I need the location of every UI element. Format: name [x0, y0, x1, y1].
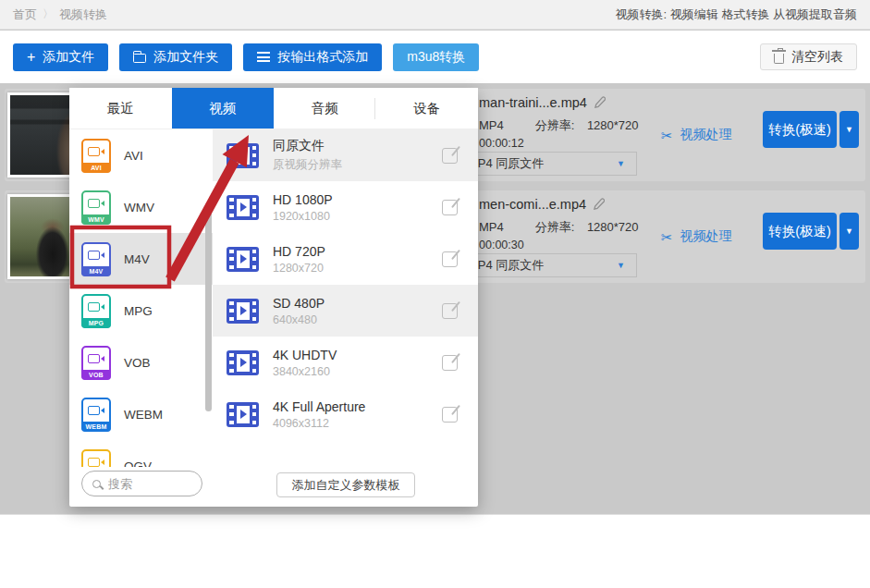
preset-list: 同原文件 原视频分辨率 HD 1080P 1920x1080 HD 720P 1… — [213, 129, 478, 440]
search-input[interactable] — [108, 477, 187, 491]
resolution-label: 分辨率: — [535, 117, 575, 134]
breadcrumb: 首页 〉 视频转换 — [13, 6, 107, 23]
format-item-m4v[interactable]: M4V M4V — [69, 233, 213, 285]
tab-divider — [374, 98, 375, 119]
format-list: AVI AVI WMV WMV M4V M4V MPG MPG VOB VOB … — [69, 129, 213, 467]
breadcrumb-home[interactable]: 首页 — [13, 6, 37, 23]
format-label: WMV — [124, 201, 154, 214]
preset-subtitle: 4096x3112 — [273, 417, 365, 430]
breadcrumb-current: 视频转换 — [59, 6, 107, 23]
m3u8-convert-button[interactable]: m3u8转换 — [393, 43, 479, 71]
format-tabs: 最近 视频 音频 设备 — [69, 88, 478, 129]
video-process-link[interactable]: ✂ 视频处理 — [661, 220, 732, 253]
preset-item-1080p[interactable]: HD 1080P 1920x1080 — [213, 181, 478, 233]
mpg-file-icon: MPG — [81, 294, 111, 328]
format-list-scrollbar[interactable] — [205, 206, 212, 411]
add-by-format-button[interactable]: 按输出格式添加 — [243, 43, 382, 71]
tab-device[interactable]: 设备 — [376, 88, 479, 129]
convert-fast-button[interactable]: 转换(极速) — [763, 213, 837, 250]
file-name: men-comi...e.mp4 — [479, 197, 605, 212]
format-item-webm[interactable]: WEBM WEBM — [69, 388, 213, 440]
preset-item-4k-full-aperture[interactable]: 4K Full Aperture 4096x3112 — [213, 388, 478, 440]
toolbar: + 添加文件 添加文件夹 按输出格式添加 m3u8转换 清空列表 — [0, 31, 870, 83]
tab-recent[interactable]: 最近 — [69, 88, 172, 129]
file-name-text: men-comi...e.mp4 — [479, 197, 586, 212]
file-duration: 00:00:12 — [479, 137, 524, 150]
preset-subtitle: 原视频分辨率 — [273, 157, 342, 173]
rename-pencil-icon[interactable] — [594, 96, 606, 109]
breadcrumb-separator-icon: 〉 — [43, 6, 54, 22]
video-process-label: 视频处理 — [680, 127, 732, 143]
output-format-select[interactable]: MP4 同原文件 ▼ — [456, 152, 637, 176]
format-label: VOB — [124, 356, 151, 370]
edit-preset-icon[interactable] — [442, 148, 458, 164]
file-format: MP4 — [479, 118, 532, 132]
scissors-icon: ✂ — [661, 129, 673, 142]
format-label: MPG — [124, 304, 153, 318]
file-info-line: MP4 分辨率: 1280*720 — [479, 219, 639, 236]
convert-options-arrow[interactable]: ▼ — [839, 111, 859, 148]
file-name: man-traini...e.mp4 — [479, 95, 606, 110]
preset-title: 4K Full Aperture — [273, 399, 365, 414]
tab-video[interactable]: 视频 — [172, 88, 275, 129]
output-settings-bar: 输出格式: MP4 同原文件 输出路径: 更改目录 打开文件夹 全部转换 ▼ — [0, 514, 870, 588]
m3u8-label: m3u8转换 — [407, 49, 465, 66]
rename-pencil-icon[interactable] — [593, 198, 605, 211]
select-arrow-icon: ▼ — [617, 261, 625, 270]
format-item-wmv[interactable]: WMV WMV — [69, 181, 213, 233]
filmstrip-icon — [227, 247, 259, 272]
format-item-avi[interactable]: AVI AVI — [69, 129, 213, 181]
clear-list-label: 清空列表 — [791, 49, 843, 66]
add-folder-label: 添加文件夹 — [153, 49, 218, 66]
add-file-button[interactable]: + 添加文件 — [13, 43, 108, 71]
preset-item-original[interactable]: 同原文件 原视频分辨率 — [213, 129, 478, 181]
edit-preset-icon[interactable] — [442, 251, 458, 267]
format-label: WEBM — [124, 408, 163, 422]
plus-icon: + — [27, 50, 35, 65]
preset-title: 4K UHDTV — [273, 348, 337, 362]
clear-list-button[interactable]: 清空列表 — [760, 43, 857, 70]
preset-title: 同原文件 — [273, 138, 342, 154]
preset-item-720p[interactable]: HD 720P 1280x720 — [213, 233, 478, 285]
filmstrip-icon — [227, 402, 259, 427]
resolution-value: 1280*720 — [587, 220, 639, 234]
add-file-label: 添加文件 — [43, 49, 94, 66]
preset-item-4k-uhdtv[interactable]: 4K UHDTV 3840x2160 — [213, 337, 478, 388]
format-item-ogv[interactable]: OGV OGV — [69, 440, 213, 467]
preset-item-480p[interactable]: SD 480P 640x480 — [213, 285, 478, 337]
video-process-link[interactable]: ✂ 视频处理 — [661, 118, 732, 152]
wmv-file-icon: WMV — [81, 190, 111, 225]
add-by-format-label: 按输出格式添加 — [277, 49, 368, 66]
preset-subtitle: 1920x1080 — [273, 210, 333, 223]
add-custom-template-button[interactable]: 添加自定义参数模板 — [276, 472, 415, 497]
format-item-mpg[interactable]: MPG MPG — [69, 285, 213, 337]
edit-preset-icon[interactable] — [442, 355, 458, 371]
vob-file-icon: VOB — [81, 346, 111, 380]
file-duration: 00:00:30 — [479, 239, 524, 251]
preset-subtitle: 640x480 — [273, 313, 325, 326]
list-icon — [257, 52, 270, 62]
trash-icon — [774, 54, 784, 64]
feature-summary-text: 视频转换: 视频编辑 格式转换 从视频提取音频 — [616, 6, 857, 23]
video-process-label: 视频处理 — [680, 228, 732, 245]
add-folder-button[interactable]: 添加文件夹 — [119, 43, 232, 71]
preset-subtitle: 3840x2160 — [273, 365, 337, 378]
format-item-vob[interactable]: VOB VOB — [69, 337, 213, 388]
edit-preset-icon[interactable] — [442, 407, 458, 423]
convert-options-arrow[interactable]: ▼ — [839, 213, 859, 250]
output-format-select[interactable]: MP4 同原文件 ▼ — [456, 253, 637, 277]
top-bar: 首页 〉 视频转换 视频转换: 视频编辑 格式转换 从视频提取音频 — [0, 0, 870, 30]
preset-title: SD 480P — [273, 296, 325, 311]
edit-preset-icon[interactable] — [442, 200, 458, 215]
format-picker-panel: 最近 视频 音频 设备 AVI AVI WMV WMV M4V M4V MPG … — [69, 88, 478, 507]
format-label: OGV — [124, 459, 152, 468]
select-arrow-icon: ▼ — [617, 159, 625, 168]
tab-audio[interactable]: 音频 — [274, 88, 376, 129]
output-format-value: MP4 同原文件 — [468, 155, 544, 172]
filmstrip-icon — [227, 143, 259, 168]
resolution-value: 1280*720 — [587, 118, 639, 132]
edit-preset-icon[interactable] — [442, 303, 458, 319]
filmstrip-icon — [227, 350, 259, 375]
preset-title: HD 1080P — [273, 192, 333, 207]
convert-fast-button[interactable]: 转换(极速) — [763, 111, 837, 148]
